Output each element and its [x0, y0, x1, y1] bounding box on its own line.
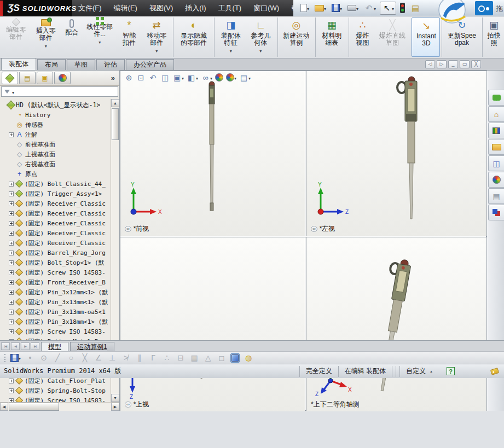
measure[interactable]: ◍ — [244, 353, 253, 363]
expand-icon[interactable] — [9, 231, 14, 236]
expand-icon[interactable] — [9, 132, 14, 137]
shaded-view[interactable] — [230, 353, 240, 363]
filter-dropdown-icon[interactable] — [12, 88, 14, 96]
tree-item[interactable]: A 注解 — [0, 130, 111, 139]
expand-icon[interactable] — [9, 300, 14, 305]
view-palette[interactable]: ◫ — [488, 155, 504, 171]
close-window[interactable]: ╳ — [471, 60, 481, 68]
tag-icon[interactable] — [490, 368, 499, 375]
featuremanager-tab[interactable] — [2, 72, 18, 84]
tree-item[interactable]: (固定) Screw ISO 14583- — [0, 267, 111, 277]
angle-snap[interactable]: △ — [203, 353, 213, 363]
quick-tips-help-icon[interactable] — [447, 367, 455, 375]
menu-item[interactable]: 插入(I) — [179, 0, 212, 16]
expand-icon[interactable] — [9, 182, 14, 187]
pane-right[interactable]: ▷ — [437, 60, 447, 68]
view-settings[interactable]: ▤ — [239, 72, 251, 83]
ribbon-tab[interactable]: 草图 — [67, 59, 95, 70]
menu-item[interactable]: 视图(V) — [143, 0, 179, 16]
file-properties[interactable]: ▤ — [409, 2, 422, 14]
file-explorer[interactable] — [488, 139, 504, 155]
solidworks-search-box-icon[interactable] — [475, 1, 493, 15]
viewport-horizontal-splitter[interactable] — [120, 236, 486, 237]
reference-geometry[interactable]: ∟ 参考几何体 — [246, 18, 276, 57]
sketch-chamfer[interactable]: ∠ — [94, 353, 103, 363]
menu-item[interactable]: 文件(F) — [72, 0, 108, 16]
appearances[interactable] — [488, 172, 504, 188]
explode-sketch[interactable]: ╳ 爆炸直线草图 — [375, 18, 410, 57]
expand-icon[interactable] — [9, 221, 14, 226]
tree-item[interactable]: ◇ 上视基准面 — [0, 149, 111, 159]
expand-icon[interactable] — [9, 260, 14, 265]
trim-entities[interactable]: ╳ — [80, 353, 90, 363]
grid-snap[interactable]: ▦ — [189, 353, 199, 363]
tree-item[interactable]: (固定) Screw ISO 14583- — [0, 327, 111, 336]
previous-view[interactable]: ↶ — [148, 72, 158, 83]
new-motion-study[interactable]: ◎ 新建运动算例 — [277, 18, 314, 57]
undo[interactable]: ↶ — [362, 2, 378, 14]
dimension-box[interactable]: ⊟ — [176, 353, 186, 363]
nav-prev[interactable]: ◀ — [11, 342, 20, 350]
menu-item[interactable]: 窗口(W) — [247, 0, 285, 16]
smart-fasteners[interactable]: * 智能扣件 — [117, 18, 142, 57]
tree-item[interactable]: ◔ History — [0, 110, 111, 120]
tree-horizontal-scrollbar[interactable] — [0, 402, 119, 411]
assembly-features[interactable]: ◨ 装配体特征 — [214, 18, 246, 57]
tree-item[interactable]: (固定) Pin_3x13mm-oa5<1 — [0, 307, 111, 317]
sketch-circle[interactable]: ⊙ — [39, 353, 49, 363]
nav-next[interactable]: ▶ — [21, 342, 30, 350]
tree-item[interactable]: + 原点 — [0, 169, 111, 179]
tree-item[interactable]: (固定) Receiver_Classic — [0, 238, 111, 248]
tree-item[interactable]: ◇ 前视基准面 — [0, 139, 111, 149]
restore-window[interactable]: ▭ — [460, 60, 470, 68]
display-relations[interactable]: ≯ — [121, 353, 131, 363]
tree-item[interactable]: (固定) Receiver_Classic — [0, 199, 111, 208]
expand-icon[interactable] — [9, 241, 14, 246]
parallel-relation[interactable]: ∥ — [135, 353, 144, 363]
resources-home[interactable]: ⌂ — [488, 106, 504, 122]
forum[interactable] — [488, 90, 504, 106]
hide-show-items[interactable]: ∞ — [200, 72, 213, 83]
sketch-point[interactable]: • — [25, 353, 35, 363]
open[interactable] — [313, 3, 328, 13]
expand-icon[interactable] — [9, 379, 14, 383]
apply-scene[interactable] — [225, 73, 237, 82]
ribbon-tab[interactable]: 评估 — [96, 59, 125, 70]
expand-icon[interactable] — [9, 201, 14, 206]
ribbon-tab[interactable]: 布局 — [37, 59, 66, 70]
menu-item[interactable]: 编辑(E) — [108, 0, 143, 16]
sketch-line[interactable]: ╱ — [53, 353, 62, 363]
zoom-to-fit[interactable]: ⊕ — [124, 72, 134, 83]
edit-component[interactable]: 编辑零部件 — [1, 18, 31, 57]
scroll-left-button[interactable] — [0, 403, 8, 411]
exploded-view[interactable]: ∴ 爆炸视图 — [349, 18, 375, 57]
design-library[interactable] — [488, 123, 504, 138]
rebuild-traffic-light[interactable] — [398, 2, 407, 14]
panel-expand-chevron[interactable] — [108, 74, 118, 82]
section-view[interactable]: ◫ — [160, 72, 170, 83]
viewport-left[interactable]: Y Z *左视 — [306, 71, 487, 236]
save[interactable] — [330, 3, 344, 13]
scroll-down-button[interactable] — [111, 394, 119, 402]
mate[interactable]: 配合 — [61, 18, 83, 57]
expand-icon[interactable] — [9, 398, 14, 403]
bom[interactable]: ▦ 材料明细表 — [315, 18, 347, 57]
scroll-thumb[interactable] — [9, 403, 59, 411]
perpendicular-relation[interactable]: Γ — [148, 353, 158, 363]
viewport-top[interactable]: X Z *上视 — [120, 237, 305, 411]
auto-relations[interactable]: ∴ — [162, 353, 172, 363]
expand-icon[interactable] — [9, 388, 14, 393]
minimize-window[interactable]: _ — [448, 60, 458, 68]
tree-item[interactable]: (固定) Pin_3x13mm<1> (默 — [0, 297, 111, 307]
scroll-right-button[interactable] — [111, 403, 119, 411]
tree-item[interactable]: (固定) Bolt_Stop<1> (默 — [0, 258, 111, 267]
select-cursor[interactable]: ↖ — [380, 2, 396, 15]
tree-item[interactable]: (固定) Bolt_Classic_44_ — [0, 179, 111, 189]
tree-item[interactable]: (固定) Pin_3x18mm<1> (默 — [0, 317, 111, 327]
expand-icon[interactable] — [9, 319, 14, 324]
toolbar-grip[interactable] — [4, 354, 6, 362]
viewport-isometric[interactable]: Y X Z *上下二等角轴测 — [306, 237, 487, 411]
move-component[interactable]: ⇄ 移动零部件 — [142, 18, 172, 57]
expand-icon[interactable] — [9, 329, 14, 334]
add-relation[interactable]: ⊥ — [107, 353, 117, 363]
